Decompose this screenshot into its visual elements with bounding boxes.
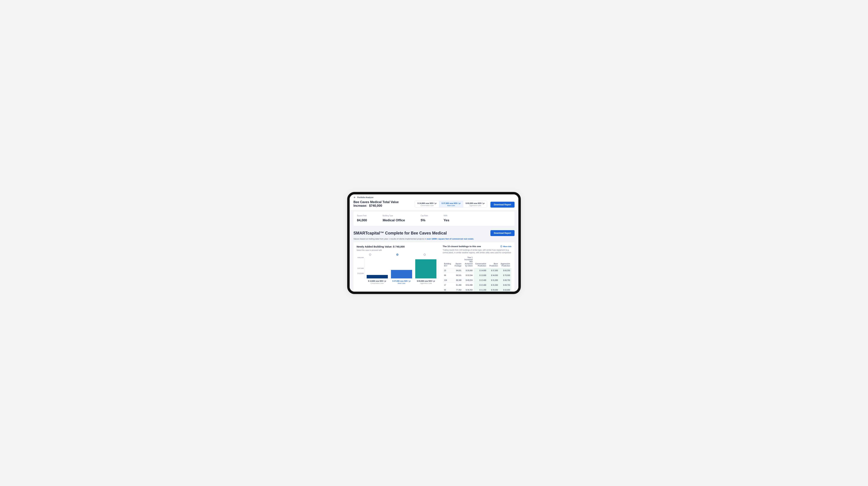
y-tick: $ 15,000 <box>358 272 364 274</box>
table-cell: 81,490 <box>453 283 463 288</box>
table-cell: 23 <box>443 268 453 273</box>
page-title: Bee Caves Medical Total Value Increase: … <box>353 200 412 207</box>
table-cell: $ 28,000 <box>488 288 499 292</box>
y-tick: $ 37,000 <box>358 267 364 269</box>
download-report-button[interactable]: Download Report <box>490 202 515 207</box>
facts-card: Square Feet84,000Building TypeMedical Of… <box>353 212 515 226</box>
case-label: Aggressive Case <box>466 205 485 206</box>
chart-plot-area <box>365 258 438 279</box>
table-row: 2394,631$ 26,000$ 14,800$ 37,000$ 83,250 <box>443 268 512 273</box>
table-cell: 124 <box>443 278 453 283</box>
x-category-1[interactable]: $ 37,000 new NOI / yrBase Case <box>390 280 414 284</box>
subline-text: Values based on trailing data from year … <box>353 238 427 240</box>
x-category-2[interactable]: $ 83,000 new NOI / yrAggressive Case <box>414 280 438 284</box>
col-header: Year 1 Increased NOI Achieved by Client <box>463 256 474 268</box>
x-noi: $ 83,000 new NOI / yr <box>414 280 438 282</box>
bar-chart: $ 15,000$ 37,000$ 83,000 <box>356 258 438 279</box>
download-report-button-2[interactable]: Download Report <box>490 230 515 236</box>
table-cell: $ 83,250 <box>499 268 512 273</box>
table-cell: $ 13,600 <box>474 273 488 278</box>
case-noi: $ 37,000 new NOI / yr <box>442 202 461 204</box>
table-description: Trailing results from 120 buildings of s… <box>443 249 512 254</box>
table-cell: 68 <box>443 273 453 278</box>
x-label: Conservative Case <box>365 282 390 284</box>
fact-item: Square Feet84,000 <box>357 215 367 222</box>
table-cell: $ 11,200 <box>474 288 488 292</box>
table-cell: 66 <box>443 288 453 292</box>
back-label: Portfolio Analyzer <box>357 196 374 198</box>
table-cell: $ 63,000 <box>499 288 512 292</box>
chart-bar-0[interactable] <box>367 275 388 279</box>
case-tab-2[interactable]: $ 83,000 new NOI / yrAggressive Case <box>463 201 487 207</box>
app-root: Portfolio Analyzer Bee Caves Medical Tot… <box>350 194 518 292</box>
fact-value: Medical Office <box>383 218 405 222</box>
chart-bar-2[interactable] <box>415 259 436 279</box>
table-cell: $ 34,000 <box>488 273 499 278</box>
x-label: Aggressive Case <box>414 282 438 284</box>
fact-item: Cap Rate5% <box>421 215 428 222</box>
radio-cell <box>356 254 384 256</box>
table-row: 6677,263$ 36,263$ 11,200$ 28,000$ 63,000 <box>443 288 512 292</box>
table-body: 2394,631$ 26,000$ 14,800$ 37,000$ 83,250… <box>443 268 512 292</box>
fact-value: 5% <box>421 218 428 222</box>
table-cell: $ 32,034 <box>463 273 474 278</box>
table-cell: $ 37,000 <box>488 268 499 273</box>
section-heading: SMARTcapital™ Complete for Bee Caves Med… <box>353 231 447 235</box>
chart-panel: Newly Added Building Value: $ 740,000 Se… <box>356 245 438 292</box>
fact-item: NNNYes <box>443 215 449 222</box>
case-radio-row <box>356 254 438 256</box>
table-cell: 17 <box>443 283 453 288</box>
case-noi: $ 83,000 new NOI / yr <box>466 202 485 204</box>
col-header: ConservativePrediction <box>474 256 488 268</box>
fact-label: Square Feet <box>357 215 367 217</box>
more-info-link[interactable]: More Info <box>500 245 512 248</box>
case-radio-2[interactable] <box>424 254 426 256</box>
table-cell: $ 12,400 <box>474 283 488 288</box>
table-cell: $ 31,000 <box>488 283 499 288</box>
info-icon <box>500 245 502 248</box>
case-selector: $ 14,800 new NOI / yrConservative Case$ … <box>415 201 487 207</box>
table-row: 12488,348$ 45,024$ 12,400$ 31,000$ 69,75… <box>443 278 512 283</box>
table-cell: $ 12,400 <box>474 278 488 283</box>
fact-label: Building Type <box>383 215 405 217</box>
case-label: Conservative Case <box>417 205 436 206</box>
table-cell: 88,348 <box>453 278 463 283</box>
table-cell: $ 26,000 <box>463 268 474 273</box>
table-head-row: Building ID #Square FootageYear 1 Increa… <box>443 256 512 268</box>
table-header-row: The 10 closest buildings to this one Mor… <box>443 245 512 248</box>
case-radio-1[interactable] <box>396 254 398 256</box>
section-header: SMARTcapital™ Complete for Bee Caves Med… <box>353 230 515 236</box>
col-header: Base Prediction <box>488 256 499 268</box>
case-radio-0[interactable] <box>369 254 371 256</box>
y-tick: $ 83,000 <box>358 257 364 258</box>
col-header: Building ID # <box>443 256 453 268</box>
fact-label: NNN <box>443 215 449 217</box>
case-noi: $ 14,800 new NOI / yr <box>417 202 436 204</box>
table-cell: $ 31,000 <box>488 278 499 283</box>
table-heading: The 10 closest buildings to this one <box>443 245 481 248</box>
header-bar: Portfolio Analyzer Bee Caves Medical Tot… <box>350 194 518 210</box>
table-cell: $ 69,750 <box>499 283 512 288</box>
col-header: Square Footage <box>453 256 463 268</box>
title-amount: $740,000 <box>369 204 382 207</box>
table-cell: 98,531 <box>453 273 463 278</box>
subline-link[interactable]: over 100M+ square feet of commercial rea… <box>427 238 474 240</box>
table-cell: $ 36,263 <box>463 288 474 292</box>
analysis-panel: Newly Added Building Value: $ 740,000 Se… <box>353 242 515 292</box>
header-left: Portfolio Analyzer Bee Caves Medical Tot… <box>353 196 412 207</box>
table-panel: The 10 closest buildings to this one Mor… <box>443 245 512 292</box>
fact-label: Cap Rate <box>421 215 428 217</box>
x-noi: $ 14,800 new NOI / yr <box>365 280 390 282</box>
radio-cell <box>411 254 438 256</box>
back-link[interactable]: Portfolio Analyzer <box>353 196 374 199</box>
x-category-0[interactable]: $ 14,800 new NOI / yrConservative Case <box>365 280 390 284</box>
chart-bar-1[interactable] <box>391 270 412 279</box>
case-tab-1[interactable]: $ 37,000 new NOI / yrBase Case <box>439 201 463 207</box>
table-cell: $ 45,024 <box>463 278 474 283</box>
table-cell: 94,631 <box>453 268 463 273</box>
case-tab-0[interactable]: $ 14,800 new NOI / yrConservative Case <box>415 201 439 207</box>
comparison-table: Building ID #Square FootageYear 1 Increa… <box>443 256 512 292</box>
col-header: AggressivePrediction <box>499 256 512 268</box>
x-label: Base Case <box>390 282 414 284</box>
chart-hint: Select the case to proceed with <box>356 249 438 251</box>
